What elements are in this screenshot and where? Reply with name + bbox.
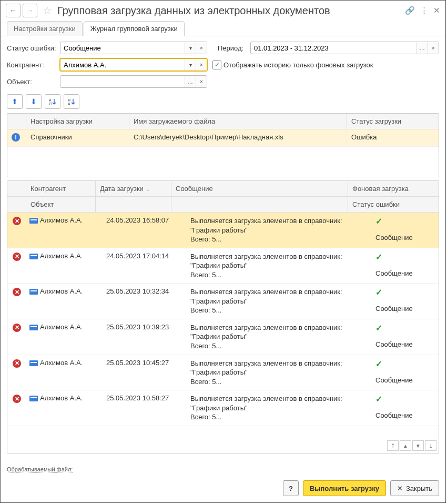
detail-status: Сообщение <box>375 340 434 348</box>
info-icon: i <box>12 133 20 142</box>
period-combo[interactable]: … × <box>250 42 439 54</box>
object-clear-icon[interactable]: × <box>196 76 207 87</box>
background-checkbox-label: Отображать историю только фоновых загруз… <box>224 61 373 69</box>
detail-contractor: Алхимов А.А. <box>40 359 83 367</box>
detail-message: Выполняется загрузка элементов в справоч… <box>186 213 371 248</box>
move-up-button[interactable]: ⬆ <box>7 94 23 109</box>
detail-message: Выполняется загрузка элементов в справоч… <box>186 284 371 319</box>
processed-file-link[interactable]: Обрабатываемый файл: <box>7 466 73 472</box>
status-label: Статус ошибки: <box>7 44 57 52</box>
check-icon: ✓ <box>375 394 434 404</box>
contractor-clear-icon[interactable]: × <box>196 59 207 70</box>
status-dropdown-icon[interactable]: ▾ <box>185 42 196 54</box>
tab-settings[interactable]: Настройки загрузки <box>7 21 83 36</box>
status-clear-icon[interactable]: × <box>196 42 207 54</box>
close-button[interactable]: ✕ Закрыть <box>390 480 439 496</box>
sort-asc-button[interactable]: АЯ <box>45 94 60 109</box>
background-checkbox[interactable]: ✓ <box>212 61 221 69</box>
star-icon[interactable]: ☆ <box>43 4 52 17</box>
detail-message: Выполняется загрузка элементов в справоч… <box>186 390 371 426</box>
t2-header-object[interactable]: Объект <box>26 197 96 212</box>
status-input[interactable] <box>60 42 185 54</box>
svg-text:А: А <box>68 102 70 106</box>
detail-status: Сообщение <box>375 411 434 419</box>
error-icon: ✕ <box>13 253 21 261</box>
error-icon: ✕ <box>13 324 21 332</box>
svg-text:А: А <box>49 98 52 102</box>
detail-contractor: Алхимов А.А. <box>40 287 83 295</box>
detail-status: Сообщение <box>375 269 434 277</box>
nav-last-button[interactable]: ⤓ <box>425 440 436 451</box>
object-label: Объект: <box>7 78 57 86</box>
t2-header-date[interactable]: Дата загрузки↓ <box>96 181 171 196</box>
detail-date: 25.05.2023 10:45:27 <box>102 355 186 390</box>
check-icon: ✓ <box>375 359 434 369</box>
move-down-button[interactable]: ⬇ <box>26 94 42 109</box>
execute-button[interactable]: Выполнить загрузку <box>303 480 386 496</box>
svg-text:Я: Я <box>49 102 52 106</box>
detail-contractor: Алхимов А.А. <box>40 252 83 260</box>
nav-down-button[interactable]: ▼ <box>412 440 424 451</box>
t2-header-background[interactable]: Фоновая загрузка <box>348 181 439 196</box>
page-title: Групповая загрузка данных из электронных… <box>57 5 403 17</box>
period-label: Период: <box>218 44 247 52</box>
t1-cell-setting: Справочники <box>26 129 129 146</box>
nav-up-button[interactable]: ▲ <box>400 440 411 451</box>
check-icon: ✓ <box>375 216 434 226</box>
detail-contractor: Алхимов А.А. <box>40 394 83 402</box>
detail-status: Сообщение <box>375 376 434 384</box>
sort-indicator-icon: ↓ <box>147 186 150 192</box>
status-combo[interactable]: ▾ × <box>60 42 207 54</box>
close-x-icon: ✕ <box>397 485 403 492</box>
close-icon[interactable]: ✕ <box>433 6 440 15</box>
card-icon <box>29 360 38 366</box>
t1-header-filename[interactable]: Имя загружаемого файла <box>129 114 347 129</box>
contractor-dropdown-icon[interactable]: ▾ <box>185 59 196 70</box>
error-icon: ✕ <box>13 288 21 296</box>
detail-message: Выполняется загрузка элементов в справоч… <box>186 248 371 284</box>
object-input[interactable] <box>60 76 185 87</box>
t1-cell-filename: C:\Users\deryek\Desktop\Пример\Накладная… <box>129 129 347 146</box>
detail-row[interactable]: ✕Алхимов А.А.24.05.2023 17:04:14Выполняе… <box>7 248 439 284</box>
detail-row[interactable]: ✕Алхимов А.А.25.05.2023 10:45:27Выполняе… <box>7 355 439 391</box>
detail-row[interactable]: ✕Алхимов А.А.25.05.2023 10:58:27Выполняе… <box>7 390 439 426</box>
detail-row[interactable]: ✕Алхимов А.А.25.05.2023 10:32:34Выполняе… <box>7 284 439 319</box>
detail-date: 24.05.2023 17:04:14 <box>102 248 186 284</box>
object-combo[interactable]: … × <box>60 75 207 88</box>
link-icon[interactable]: 🔗 <box>405 6 415 15</box>
t1-row[interactable]: i Справочники C:\Users\deryek\Desktop\Пр… <box>7 129 439 147</box>
object-select-icon[interactable]: … <box>185 76 196 87</box>
period-clear-icon[interactable]: × <box>428 42 439 54</box>
help-button[interactable]: ? <box>283 480 299 496</box>
detail-date: 24.05.2023 16:58:07 <box>102 213 186 248</box>
t2-header-contractor[interactable]: Контрагент <box>26 181 96 196</box>
detail-message: Выполняется загрузка элементов в справоч… <box>186 319 371 355</box>
detail-row[interactable]: ✕Алхимов А.А.24.05.2023 16:58:07Выполняе… <box>7 213 439 248</box>
svg-text:Я: Я <box>68 98 70 102</box>
card-icon <box>29 289 38 295</box>
period-select-icon[interactable]: … <box>416 42 428 54</box>
error-icon: ✕ <box>13 359 21 368</box>
detail-contractor: Алхимов А.А. <box>40 323 83 331</box>
error-icon: ✕ <box>13 395 21 403</box>
tab-journal[interactable]: Журнал групповой загрузки <box>84 21 185 36</box>
more-icon[interactable]: ⋮ <box>420 6 428 15</box>
detail-row[interactable]: ✕Алхимов А.А.25.05.2023 10:39:23Выполняе… <box>7 319 439 355</box>
back-button[interactable]: ← <box>6 4 21 17</box>
contractor-input[interactable] <box>60 59 185 70</box>
card-icon <box>29 325 38 330</box>
t1-header-status[interactable]: Статус загрузки <box>347 114 439 129</box>
contractor-combo[interactable]: ▾ × <box>60 58 207 71</box>
detail-date: 25.05.2023 10:39:23 <box>102 319 186 355</box>
nav-first-button[interactable]: ⤒ <box>387 440 399 451</box>
t1-header-setting[interactable]: Настройка загрузки <box>26 114 129 129</box>
sort-desc-button[interactable]: ЯА <box>64 94 79 109</box>
detail-date: 25.05.2023 10:32:34 <box>102 284 186 319</box>
detail-date: 25.05.2023 10:58:27 <box>102 390 186 426</box>
forward-button[interactable]: → <box>23 4 37 17</box>
t2-header-message[interactable]: Сообщение <box>171 181 348 196</box>
period-input[interactable] <box>251 42 416 54</box>
detail-status: Сообщение <box>375 234 434 241</box>
t2-header-err-status[interactable]: Статус ошибки <box>348 197 439 212</box>
t1-cell-status: Ошибка <box>347 129 439 146</box>
